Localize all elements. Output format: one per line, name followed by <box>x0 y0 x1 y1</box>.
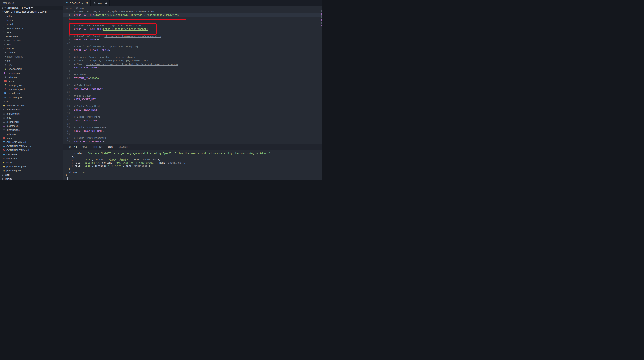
tree-item[interactable]: CONTRIBUTING.md <box>0 148 63 152</box>
panel-tab[interactable]: 问题16 <box>67 144 77 150</box>
editor-line[interactable]: 32SOCKS_PROXY_PORT= <box>63 119 322 122</box>
tree-item[interactable]: .husky <box>0 18 63 22</box>
editor-line[interactable]: 26AUTH_SECRET_KEY= <box>63 97 322 101</box>
editor-line[interactable]: 10 <box>63 41 322 45</box>
tree-item[interactable]: src <box>0 59 63 63</box>
tree-item[interactable]: .eslintignore <box>0 120 63 124</box>
editor-line[interactable]: 33 <box>63 122 322 126</box>
editor-line[interactable]: 35SOCKS_PROXY_USERNAME= <box>63 129 322 133</box>
tree-item[interactable]: {}package.json <box>0 83 63 87</box>
editor-line[interactable]: 12OPENAI_API_DISABLE_DEBUG= <box>63 48 322 52</box>
editor-line[interactable]: 27 <box>63 101 322 104</box>
editor-line[interactable]: 18 <box>63 69 322 73</box>
editor-line[interactable]: 31# Socks Proxy Port <box>63 115 322 119</box>
tree-item[interactable]: service <box>0 46 63 50</box>
eslint-icon <box>4 72 7 74</box>
editor-line[interactable]: 6OPENAI_API_BASE_URL=https://fastgpt.run… <box>63 27 322 31</box>
editor-line[interactable]: 7 <box>63 31 322 34</box>
editor-line[interactable]: 9OPENAI_API_MODEL= <box>63 38 322 41</box>
breadcrumb-item[interactable]: service <box>66 7 72 9</box>
editor-line[interactable]: 19# timeout <box>63 73 322 76</box>
tree-item[interactable]: license <box>0 160 63 164</box>
editor-line[interactable]: 1# OpenAI API Key - https://platform.ope… <box>63 10 322 13</box>
editor-line[interactable]: 38SOCKS_PROXY_PASSWORD= <box>63 140 322 143</box>
editor-line[interactable]: 16# More: https://github.com/transitive-… <box>63 62 322 66</box>
editor-line[interactable]: 17API_REVERSE_PROXY= <box>63 66 322 69</box>
tree-item[interactable]: .gitignore <box>0 132 63 136</box>
editor-line[interactable]: 3 <box>63 17 322 20</box>
tree-item[interactable]: TStsconfig.json <box>0 91 63 95</box>
tree-item[interactable]: {}.commitlintrc.json <box>0 103 63 107</box>
tree-item[interactable]: .dockerignore <box>0 107 63 112</box>
breadcrumb-item[interactable]: .env <box>80 7 84 9</box>
more-actions-icon[interactable]: ··· <box>56 2 59 4</box>
tree-item[interactable]: docker-compose <box>0 26 63 30</box>
tree-item[interactable]: .env <box>0 116 63 120</box>
panel-tab[interactable]: GITLENS <box>92 144 102 150</box>
editor-line[interactable]: 25# Secret key <box>63 94 322 97</box>
terminal[interactable]: content: "You are ChatGPT, a large langu… <box>66 152 322 180</box>
tree-item[interactable]: .editorconfig <box>0 112 63 116</box>
tree-item[interactable]: npm.npmrc <box>0 136 63 140</box>
editor-line[interactable]: 4 <box>63 20 322 24</box>
tree-item[interactable]: $.env.example <box>0 67 63 71</box>
editor-line[interactable]: 14# Reverse Proxy - Available on accessT… <box>63 55 322 59</box>
editor-line[interactable]: 21 <box>63 80 322 83</box>
tree-item-label: tsconfig.json <box>8 92 21 95</box>
panel-tab[interactable]: 调试控制台 <box>118 144 130 150</box>
tree-item[interactable]: .eslintrc.cjs <box>0 124 63 128</box>
tree-item[interactable]: Dockerfile <box>0 152 63 156</box>
breadcrumb[interactable]: service›.env <box>63 6 322 10</box>
dirty-dot-icon[interactable] <box>105 2 107 4</box>
code-editor[interactable]: 1# OpenAI API Key - https://platform.ope… <box>63 10 322 144</box>
tree-item[interactable]: npm.npmrc <box>0 79 63 83</box>
tree-item[interactable]: CONTRIBUTING.en.md <box>0 144 63 148</box>
tree-item[interactable]: public <box>0 42 63 46</box>
editor-line[interactable]: 37# Socks Proxy Password <box>63 136 322 140</box>
editor-tab-readme-md[interactable]: README.mdM <box>63 0 90 6</box>
tree-item-label: kubernetes <box>6 35 18 38</box>
editor-line[interactable]: 8# OpenAI API Model - https://platform.o… <box>63 34 322 38</box>
tree-item[interactable]: {}package-lock.json <box>0 164 63 169</box>
tree-item[interactable]: node_modules <box>0 38 63 42</box>
editor-line[interactable]: 34# Socks Proxy Username <box>63 126 322 129</box>
tree-item[interactable]: docs <box>0 30 63 34</box>
editor-line[interactable]: 28# Socks Proxy Host <box>63 104 322 108</box>
tree-item[interactable]: src <box>0 99 63 103</box>
tree-item[interactable]: CHANGELOG.md <box>0 140 63 144</box>
editor-line[interactable]: 2OPENAI_API_KEY=fastgpt-y6b3axfbdd5wyp01… <box>63 13 322 17</box>
tree-item[interactable]: .env <box>0 63 63 67</box>
editor-line[interactable]: 29SOCKS_PROXY_HOST= <box>63 108 322 112</box>
tree-item[interactable]: node_modules <box>0 54 63 59</box>
tree-item-label: Dockerfile <box>6 153 17 156</box>
editor-line[interactable]: 11# set `true` to disable OpenAI API deb… <box>63 45 322 48</box>
panel-tab[interactable]: 输出 <box>82 144 87 150</box>
panel-tab[interactable]: 终端 <box>108 144 112 150</box>
tree-item[interactable]: <>index.html <box>0 156 63 160</box>
tree-item[interactable]: .github <box>0 14 63 18</box>
minimap[interactable] <box>320 10 322 41</box>
timeline-section[interactable]: 时间线 <box>0 177 63 180</box>
editor-line[interactable]: 24 <box>63 90 322 94</box>
tree-item[interactable]: .vscode <box>0 22 63 26</box>
editor-line[interactable]: 36 <box>63 133 322 136</box>
editor-line[interactable]: 15# Default: https://ai.fakeopen.com/api… <box>63 59 322 62</box>
project-root-section[interactable]: CHATGPT-WEB [WSL: UBUNTU-22.04] <box>0 10 63 14</box>
tree-item[interactable]: kubernetes <box>0 34 63 38</box>
tree-item[interactable]: {}package.json <box>0 169 63 173</box>
tree-item[interactable]: .eslintrc.json <box>0 71 63 75</box>
tree-item[interactable]: .gitattributes <box>0 128 63 132</box>
editor-tab--env[interactable]: .env <box>90 0 110 6</box>
editor-line[interactable]: 20TIMEOUT_MS=100000 <box>63 76 322 80</box>
tree-item[interactable]: TStsup.config.ts <box>0 95 63 99</box>
editor-line[interactable]: 13 <box>63 52 322 55</box>
editor-line[interactable]: 23MAX_REQUEST_PER_HOUR= <box>63 87 322 90</box>
open-editors-section[interactable]: 打开的编辑器 1 个未保存 <box>0 6 63 10</box>
editor-line[interactable]: 22# Rate Limit <box>63 83 322 87</box>
editor-line[interactable]: 5# OpenAI API Base URL - https://api.ope… <box>63 24 322 27</box>
outline-section[interactable]: 大纲 <box>0 173 63 177</box>
editor-line[interactable]: 30 <box>63 112 322 115</box>
tree-item[interactable]: !pnpm-lock.yaml <box>0 87 63 91</box>
tree-item[interactable]: .gitignore <box>0 75 63 79</box>
tree-item[interactable]: .vscode <box>0 50 63 54</box>
